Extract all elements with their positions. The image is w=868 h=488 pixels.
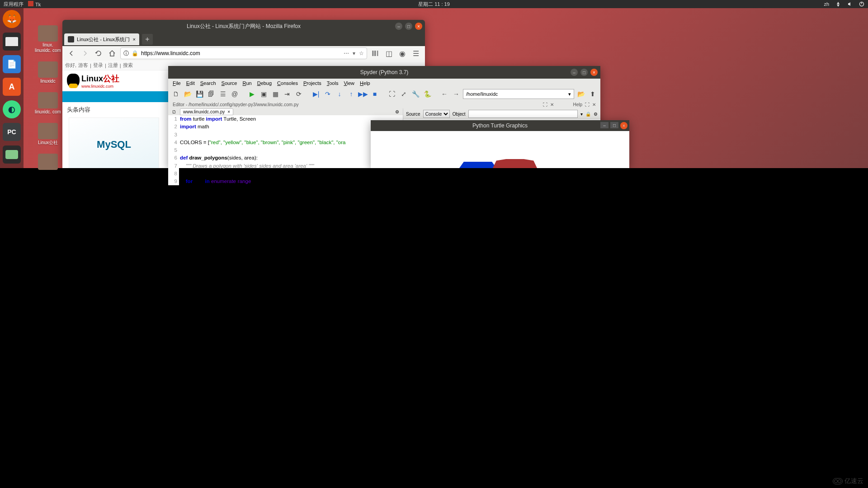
launcher-android-studio[interactable]: ◐ <box>3 100 21 118</box>
editor-gear-icon[interactable]: ⚙ <box>395 109 399 114</box>
close-button[interactable]: × <box>590 69 598 76</box>
menu-consoles[interactable]: Consoles <box>277 80 298 86</box>
reader-icon[interactable]: ▾ <box>353 50 355 56</box>
close-button[interactable]: × <box>415 23 422 30</box>
maximize-button[interactable]: □ <box>580 69 588 76</box>
python-path-icon[interactable]: 🐍 <box>422 89 432 99</box>
continue-icon[interactable]: ▶▶ <box>358 89 368 99</box>
preferences-icon[interactable]: 🔧 <box>410 89 420 99</box>
reload-button[interactable] <box>93 48 104 59</box>
firefox-titlebar[interactable]: Linux公社 - Linux系统门户网站 - Mozilla Firefox … <box>62 20 425 33</box>
editor-close-icon[interactable]: ✕ <box>550 102 554 107</box>
new-file-icon[interactable]: 🗋 <box>171 89 181 99</box>
menu-edit[interactable]: Edit <box>186 80 195 86</box>
step-out-icon[interactable]: ↑ <box>346 89 356 99</box>
object-dropdown-icon[interactable]: ▾ <box>580 112 583 117</box>
launcher-libreoffice[interactable]: 📄 <box>3 55 21 73</box>
run-selection-icon[interactable]: ⇥ <box>282 89 292 99</box>
maximize-button[interactable]: □ <box>610 122 618 128</box>
launcher-tweaks[interactable] <box>3 145 21 164</box>
save-icon[interactable]: 💾 <box>194 89 204 99</box>
object-input[interactable] <box>468 110 578 118</box>
menu-search[interactable]: Search <box>200 80 216 86</box>
site-logo[interactable]: Linux公社 www.linuxidc.com <box>67 73 119 89</box>
apps-menu[interactable]: 应用程序 <box>4 1 24 8</box>
working-dir-input[interactable]: /home/linuxidc▾ <box>463 89 574 99</box>
help-gear-icon[interactable]: ⚙ <box>594 112 598 117</box>
outline-icon[interactable]: ☰ <box>218 89 228 99</box>
debug-icon[interactable]: ▶| <box>311 89 321 99</box>
file-tab-close-icon[interactable]: × <box>227 109 230 114</box>
maximize-button[interactable]: □ <box>405 23 412 30</box>
launcher-software[interactable]: A <box>3 78 21 96</box>
desktop-folder-5[interactable] <box>34 154 61 171</box>
home-button[interactable] <box>107 48 118 59</box>
launcher-pycharm[interactable]: PC <box>3 123 21 141</box>
run-icon[interactable]: ▶ <box>247 89 257 99</box>
network-icon[interactable] <box>835 1 841 7</box>
clock[interactable]: 星期二 11 : 19 <box>418 1 450 8</box>
desktop-folder-4[interactable]: Linux公社 <box>34 123 61 145</box>
back-icon[interactable]: ← <box>439 89 449 99</box>
close-button[interactable]: × <box>620 122 627 129</box>
lock-icon[interactable]: 🔒 <box>585 112 591 117</box>
desktop-folder-3[interactable]: linuxidc. com <box>34 92 61 115</box>
run-cell-advance-icon[interactable]: ▦ <box>270 89 280 99</box>
desktop-folder-1[interactable]: linux. linuxidc. com <box>34 25 61 53</box>
browse-tabs-icon[interactable]: 🗋 <box>172 109 176 114</box>
account-icon[interactable]: ◉ <box>397 48 408 59</box>
help-close-icon[interactable]: ✕ <box>592 102 596 107</box>
open-file-icon[interactable]: 📂 <box>183 89 193 99</box>
menu-source[interactable]: Source <box>222 80 237 86</box>
desktop-folder-2[interactable]: linuxidc <box>34 61 61 84</box>
bookmark-icon[interactable]: ☆ <box>359 50 364 56</box>
run-cell-icon[interactable]: ▣ <box>259 89 269 99</box>
tab-close-icon[interactable]: × <box>132 37 135 42</box>
page-actions-icon[interactable]: ⋯ <box>344 50 349 56</box>
power-icon[interactable] <box>859 1 864 7</box>
menu-help[interactable]: Help <box>360 80 370 86</box>
info-icon[interactable]: ⓘ <box>123 50 129 57</box>
menu-tools[interactable]: Tools <box>327 80 339 86</box>
browse-dir-icon[interactable]: 📂 <box>576 89 586 99</box>
maximize-pane-icon[interactable]: ⛶ <box>387 89 397 99</box>
search-link[interactable]: 搜索 <box>123 62 133 69</box>
menu-view[interactable]: View <box>344 80 354 86</box>
source-select[interactable]: Console <box>423 110 450 118</box>
library-icon[interactable]: ⅢⅠ <box>370 48 381 59</box>
launcher-firefox[interactable]: 🦊 <box>3 10 21 28</box>
help-options-icon[interactable]: ⛶ <box>585 102 590 107</box>
input-method-indicator[interactable]: zh <box>824 1 829 7</box>
volume-icon[interactable] <box>847 1 853 7</box>
editor-options-icon[interactable]: ⛶ <box>543 102 547 107</box>
url-bar[interactable]: ⓘ 🔒 https://www.linuxidc.com ⋯ ▾ ☆ <box>120 47 367 59</box>
minimize-button[interactable]: – <box>395 23 402 30</box>
browser-tab[interactable]: Linux公社 - Linux系统门 × <box>64 33 139 45</box>
minimize-button[interactable]: – <box>600 122 609 128</box>
forward-button[interactable] <box>80 48 90 59</box>
forward-icon[interactable]: → <box>451 89 461 99</box>
step-over-icon[interactable]: ↷ <box>323 89 333 99</box>
new-tab-button[interactable]: + <box>142 34 153 45</box>
step-in-icon[interactable]: ↓ <box>335 89 344 99</box>
file-tab[interactable]: www.linuxidc.com.py× <box>180 108 233 115</box>
login-link[interactable]: 登录 <box>93 62 103 69</box>
turtle-titlebar[interactable]: Python Turtle Graphics – □ × <box>371 120 629 131</box>
save-all-icon[interactable]: 🗐 <box>206 89 216 99</box>
fullscreen-icon[interactable]: ⤢ <box>399 89 409 99</box>
at-icon[interactable]: @ <box>230 89 240 99</box>
minimize-button[interactable]: – <box>571 69 578 76</box>
code-editor[interactable]: 123456789 from turtle import Turtle, Scr… <box>168 115 403 185</box>
parent-dir-icon[interactable]: ⬆ <box>588 89 598 99</box>
menu-icon[interactable]: ☰ <box>410 48 421 59</box>
rerun-icon[interactable]: ⟳ <box>294 89 304 99</box>
lock-icon[interactable]: 🔒 <box>132 50 138 56</box>
back-button[interactable] <box>66 48 77 59</box>
sidebar-icon[interactable]: ◫ <box>383 48 394 59</box>
menu-projects[interactable]: Projects <box>303 80 321 86</box>
tk-app-indicator[interactable]: Tk <box>28 1 41 8</box>
register-link[interactable]: 注册 <box>108 62 118 69</box>
launcher-files[interactable] <box>3 33 21 51</box>
spyder-titlebar[interactable]: Spyder (Python 3.7) – □ × <box>168 66 600 79</box>
menu-run[interactable]: Run <box>242 80 251 86</box>
